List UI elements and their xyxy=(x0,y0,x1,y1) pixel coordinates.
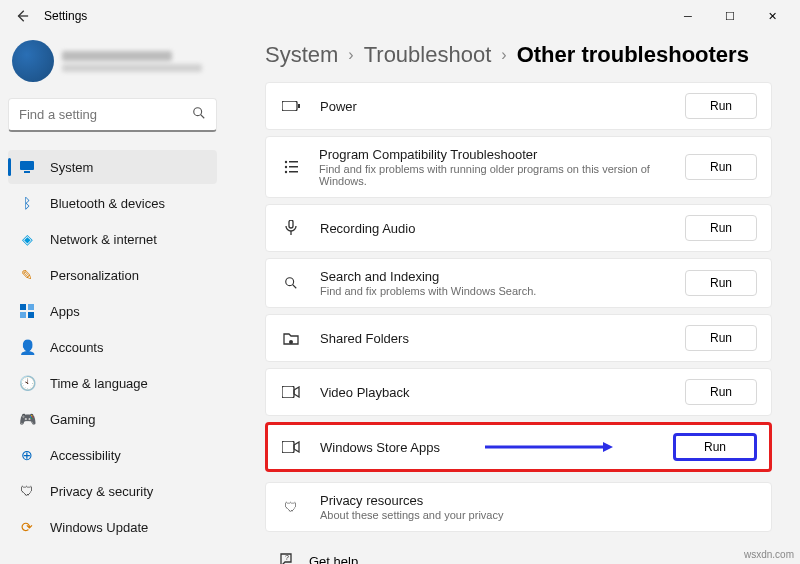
svg-rect-11 xyxy=(289,161,298,163)
svg-rect-8 xyxy=(282,101,297,111)
card-title: Windows Store Apps xyxy=(320,440,440,455)
svg-rect-16 xyxy=(289,220,293,228)
svg-line-19 xyxy=(293,285,297,289)
sidebar-item-personalization[interactable]: ✎ Personalization xyxy=(8,258,217,292)
run-button[interactable]: Run xyxy=(685,270,757,296)
search-icon xyxy=(192,106,206,124)
breadcrumb-troubleshoot[interactable]: Troubleshoot xyxy=(364,42,492,68)
chevron-right-icon: › xyxy=(501,46,506,64)
card-title: Search and Indexing xyxy=(320,269,536,284)
sidebar-item-label: Network & internet xyxy=(50,232,157,247)
card-title: Power xyxy=(320,99,357,114)
search-icon xyxy=(280,276,302,290)
window-controls: ─ ☐ ✕ xyxy=(668,2,792,30)
svg-rect-6 xyxy=(20,312,26,318)
run-button[interactable]: Run xyxy=(685,154,757,180)
svg-rect-9 xyxy=(298,104,300,108)
svg-rect-5 xyxy=(28,304,34,310)
svg-point-18 xyxy=(286,278,294,286)
shield-icon: 🛡 xyxy=(280,499,302,515)
troubleshooter-folders: Shared Folders Run xyxy=(265,314,772,362)
apps-icon xyxy=(18,302,36,320)
run-button[interactable]: Run xyxy=(685,325,757,351)
help-icon: ? xyxy=(279,552,295,564)
clock-icon: 🕙 xyxy=(18,374,36,392)
sidebar-item-update[interactable]: ⟳ Windows Update xyxy=(8,510,217,544)
window-title: Settings xyxy=(44,9,87,23)
video-icon xyxy=(280,386,302,398)
run-button[interactable]: Run xyxy=(685,379,757,405)
card-title: Recording Audio xyxy=(320,221,415,236)
shield-icon: 🛡 xyxy=(18,482,36,500)
sidebar-item-label: Accounts xyxy=(50,340,103,355)
sidebar-item-system[interactable]: System xyxy=(8,150,217,184)
maximize-button[interactable]: ☐ xyxy=(710,2,750,30)
svg-text:?: ? xyxy=(285,554,289,561)
sidebar-item-label: Time & language xyxy=(50,376,148,391)
troubleshooter-compat: Program Compatibility Troubleshooter Fin… xyxy=(265,136,772,198)
run-button[interactable]: Run xyxy=(685,93,757,119)
svg-rect-7 xyxy=(28,312,34,318)
svg-rect-13 xyxy=(289,166,298,168)
sidebar-item-network[interactable]: ◈ Network & internet xyxy=(8,222,217,256)
update-icon: ⟳ xyxy=(18,518,36,536)
svg-line-1 xyxy=(201,114,205,118)
sidebar-item-time[interactable]: 🕙 Time & language xyxy=(8,366,217,400)
sidebar-item-bluetooth[interactable]: ᛒ Bluetooth & devices xyxy=(8,186,217,220)
svg-point-10 xyxy=(284,161,286,163)
troubleshooter-store: Windows Store Apps Run xyxy=(265,422,772,472)
get-help[interactable]: ? Get help xyxy=(265,538,772,564)
sidebar-item-gaming[interactable]: 🎮 Gaming xyxy=(8,402,217,436)
card-title: Program Compatibility Troubleshooter xyxy=(319,147,685,162)
troubleshooter-video: Video Playback Run xyxy=(265,368,772,416)
accessibility-icon: ⊕ xyxy=(18,446,36,464)
svg-rect-3 xyxy=(24,171,30,173)
system-icon xyxy=(18,158,36,176)
mic-icon xyxy=(280,220,302,236)
svg-rect-2 xyxy=(20,161,34,170)
svg-rect-22 xyxy=(282,441,294,453)
sidebar-item-privacy[interactable]: 🛡 Privacy & security xyxy=(8,474,217,508)
sidebar-item-accessibility[interactable]: ⊕ Accessibility xyxy=(8,438,217,472)
sidebar-item-apps[interactable]: Apps xyxy=(8,294,217,328)
sidebar-item-label: Personalization xyxy=(50,268,139,283)
watermark: wsxdn.com xyxy=(744,549,794,560)
sidebar-item-accounts[interactable]: 👤 Accounts xyxy=(8,330,217,364)
breadcrumb: System › Troubleshoot › Other troublesho… xyxy=(265,42,772,68)
run-button[interactable]: Run xyxy=(685,215,757,241)
breadcrumb-system[interactable]: System xyxy=(265,42,338,68)
privacy-resources[interactable]: 🛡 Privacy resources About these settings… xyxy=(265,482,772,532)
search-input[interactable] xyxy=(19,107,192,122)
gamepad-icon: 🎮 xyxy=(18,410,36,428)
close-button[interactable]: ✕ xyxy=(752,2,792,30)
troubleshooter-recording: Recording Audio Run xyxy=(265,204,772,252)
list-icon xyxy=(280,160,301,174)
card-title: Privacy resources xyxy=(320,493,503,508)
folder-share-icon xyxy=(280,331,302,345)
annotation-arrow xyxy=(485,441,615,453)
card-desc: About these settings and your privacy xyxy=(320,509,503,521)
sidebar-item-label: System xyxy=(50,160,93,175)
person-icon: 👤 xyxy=(18,338,36,356)
sidebar-item-label: Privacy & security xyxy=(50,484,153,499)
account-info[interactable] xyxy=(8,40,217,82)
sidebar-item-label: Bluetooth & devices xyxy=(50,196,165,211)
svg-rect-21 xyxy=(282,386,294,398)
run-button[interactable]: Run xyxy=(673,433,757,461)
avatar xyxy=(12,40,54,82)
troubleshooter-search: Search and Indexing Find and fix problem… xyxy=(265,258,772,308)
battery-icon xyxy=(280,101,302,111)
card-title: Video Playback xyxy=(320,385,409,400)
sidebar: System ᛒ Bluetooth & devices ◈ Network &… xyxy=(0,32,225,564)
card-title: Shared Folders xyxy=(320,331,409,346)
back-button[interactable] xyxy=(8,2,36,30)
minimize-button[interactable]: ─ xyxy=(668,2,708,30)
svg-point-12 xyxy=(284,166,286,168)
help-label: Get help xyxy=(309,554,358,564)
card-desc: Find and fix problems with running older… xyxy=(319,163,685,187)
svg-point-20 xyxy=(289,340,293,344)
account-text xyxy=(62,51,202,72)
search-box[interactable] xyxy=(8,98,217,132)
chevron-right-icon: › xyxy=(348,46,353,64)
breadcrumb-current: Other troubleshooters xyxy=(517,42,749,68)
